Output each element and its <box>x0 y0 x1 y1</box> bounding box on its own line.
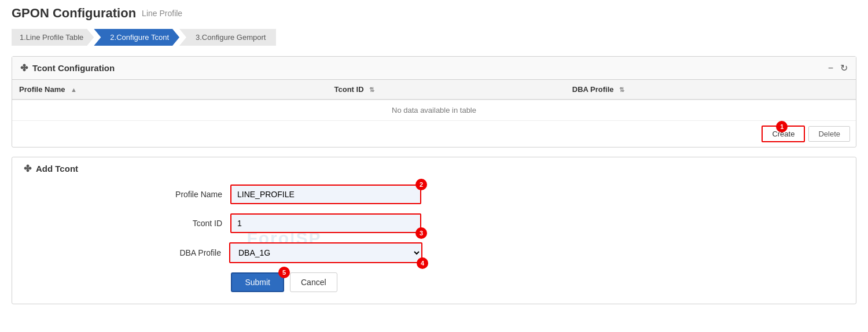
col-tcont-id[interactable]: Tcont ID ⇅ <box>328 80 565 99</box>
badge-3: 3 <box>415 227 427 239</box>
tcont-id-label: Tcont ID <box>147 219 222 228</box>
tcont-config-title: Tcont Configuration <box>32 63 115 73</box>
delete-button[interactable]: Delete <box>808 126 850 142</box>
action-row: Create 1 Delete <box>12 121 856 147</box>
add-tcont-header: ✤ Add Tcont <box>24 163 844 174</box>
tcont-id-input-wrap: 3 <box>230 213 421 233</box>
dba-profile-select[interactable]: DBA_1G DBA_2G DBA_512M <box>229 242 422 263</box>
tcont-id-input[interactable] <box>230 213 421 233</box>
badge-5: 5 <box>278 267 290 278</box>
tcont-table-container: Profile Name ▲ Tcont ID ⇅ DBA Profile ⇅ <box>12 80 856 121</box>
tcont-config-card: ✤ Tcont Configuration − ↻ Profile Name ▲ <box>12 56 856 147</box>
empty-message: No data available in table <box>12 99 856 121</box>
profile-name-label: Profile Name <box>147 190 222 199</box>
badge-4: 4 <box>417 257 428 269</box>
profile-name-row: Profile Name 2 <box>24 185 545 204</box>
cancel-button[interactable]: Cancel <box>290 272 337 292</box>
tcont-id-row: Tcont ID 3 <box>24 213 545 233</box>
create-button-wrap: Create 1 <box>762 126 805 142</box>
minimize-button[interactable]: − <box>828 63 833 73</box>
col-dba-profile[interactable]: DBA Profile ⇅ <box>565 80 856 99</box>
step-configure-gemport[interactable]: 3.Configure Gemport <box>179 29 276 46</box>
tcont-config-header: ✤ Tcont Configuration − ↻ <box>12 57 856 80</box>
page-subtitle: Line Profile <box>142 9 182 18</box>
puzzle-icon: ✤ <box>20 62 28 73</box>
dba-profile-label: DBA Profile <box>146 248 221 257</box>
form-buttons: Submit 5 Cancel <box>24 272 545 292</box>
profile-name-input[interactable] <box>230 185 421 204</box>
sort-tcont-id-icon: ⇅ <box>369 86 374 93</box>
add-tcont-puzzle-icon: ✤ <box>24 163 31 174</box>
refresh-button[interactable]: ↻ <box>840 62 848 73</box>
add-tcont-section: ✤ Add Tcont Foro|SP Profile Name 2 Tcont… <box>12 157 856 304</box>
profile-name-input-wrap: 2 <box>230 185 421 204</box>
sort-profile-name-icon: ▲ <box>71 86 77 93</box>
submit-button-wrap: Submit 5 <box>231 272 284 292</box>
tcont-table: Profile Name ▲ Tcont ID ⇅ DBA Profile ⇅ <box>12 80 856 121</box>
add-tcont-title: Add Tcont <box>36 164 78 174</box>
form-wrapper: Foro|SP Profile Name 2 Tcont ID 3 DBA P <box>24 185 545 292</box>
breadcrumb-steps: 1.Line Profile Table 2.Configure Tcont 3… <box>12 29 856 46</box>
dba-profile-select-wrap: DBA_1G DBA_2G DBA_512M 4 <box>229 242 422 263</box>
sort-dba-profile-icon: ⇅ <box>619 86 624 93</box>
step-configure-tcont[interactable]: 2.Configure Tcont <box>94 29 179 46</box>
step-line-profile-table[interactable]: 1.Line Profile Table <box>12 29 94 46</box>
dba-profile-row: DBA Profile DBA_1G DBA_2G DBA_512M 4 <box>24 242 545 263</box>
page-title: GPON Configuration <box>12 6 136 21</box>
badge-2: 2 <box>415 179 427 190</box>
col-profile-name[interactable]: Profile Name ▲ <box>12 80 328 99</box>
submit-button[interactable]: Submit <box>231 272 284 292</box>
table-row-empty: No data available in table <box>12 99 856 121</box>
